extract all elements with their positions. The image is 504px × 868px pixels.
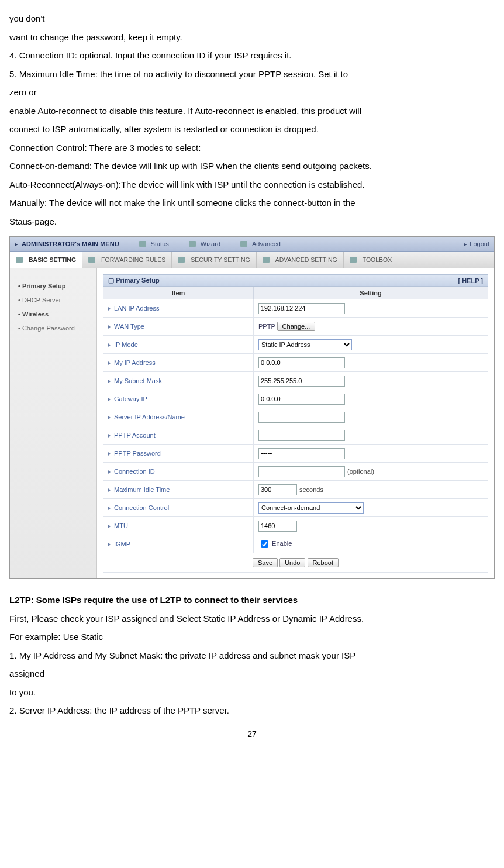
text-line: 4. Connection ID: optional. Input the co… [9,46,495,65]
table-row: Server IP Address/Name [103,408,488,426]
connection-id-input[interactable] [258,466,345,477]
table-row: IGMP Enable [103,535,488,553]
row-label: WAN Type [114,323,144,330]
security-icon [178,257,185,263]
chevron-right-icon [108,343,111,347]
connection-control-select[interactable]: Connect-on-demand [258,502,364,514]
nav-status[interactable]: Status [139,240,169,247]
tab-advanced-setting[interactable]: ADVANCED SETTING [257,252,344,268]
sidebar-item-primary-setup[interactable]: • Primary Setup [10,279,96,293]
text-line: For example: Use Static [9,628,495,646]
text-line: want to change the password, keep it emp… [9,28,495,47]
nav-logout[interactable]: ▸ Logout [464,240,489,248]
row-label: PPTP Password [114,450,161,457]
tab-forwarding-rules[interactable]: FORWARDING RULES [82,252,172,268]
chevron-right-icon [108,452,111,456]
wizard-icon [189,241,196,247]
enable-label: Enable [272,540,292,547]
row-label: Maximum Idle Time [114,486,170,493]
text-line: 2. Server IP Address: the IP address of … [9,701,495,720]
pptp-password-input[interactable] [258,448,345,459]
chevron-right-icon [108,307,111,311]
row-label: Server IP Address/Name [114,414,185,421]
row-label: IGMP [114,540,130,547]
ip-mode-select[interactable]: Static IP Address [258,339,352,350]
tab-basic-setting[interactable]: BASIC SETTING [10,252,82,268]
topbar: ▸ ADMINISTRATOR's MAIN MENU Status Wizar… [10,237,494,252]
chevron-right-icon [108,361,111,365]
table-row: IP Mode Static IP Address [103,336,488,354]
pptp-account-input[interactable] [258,430,345,441]
table-row: LAN IP Address [103,299,488,318]
chevron-right-icon [108,488,111,492]
page-number: 27 [9,729,495,739]
sidebar-item-wireless[interactable]: • Wireless [10,307,96,321]
change-wan-button[interactable]: Change... [277,322,316,331]
reboot-button[interactable]: Reboot [308,558,339,567]
subnet-mask-input[interactable] [258,376,345,387]
row-label: IP Mode [114,341,138,348]
save-button[interactable]: Save [253,558,278,567]
chevron-right-icon [108,416,111,419]
table-row: MTU [103,517,488,535]
chevron-right-icon [108,398,111,401]
row-label: MTU [114,522,128,529]
help-link[interactable]: [ HELP ] [458,277,483,284]
nav-advanced[interactable]: Advanced [240,240,281,247]
text-line: you don't [9,9,495,28]
row-label: PPTP Account [114,432,156,439]
column-header-setting: Setting [254,287,488,299]
row-label: My Subnet Mask [114,377,162,384]
column-header-item: Item [103,287,254,299]
chevron-right-icon [108,507,111,510]
table-row: PPTP Account [103,426,488,445]
panel-title: ▢ Primary Setup [108,277,160,284]
table-row: WAN Type PPTP Change... [103,318,488,336]
chevron-right-icon [108,525,111,528]
document-icon: ▸ [15,240,18,248]
basic-icon [16,257,23,263]
table-row: PPTP Password [103,445,488,463]
chevron-right-icon [108,470,111,474]
advanced-setting-icon [263,257,270,263]
text-line: Connect-on-demand: The device will link … [9,157,495,175]
lan-ip-input[interactable] [258,303,345,314]
mtu-input[interactable] [258,521,297,532]
my-ip-input[interactable] [258,357,345,368]
text-line: First, Please check your ISP assigned an… [9,609,495,628]
wan-type-value: PPTP [258,323,275,330]
table-row: Connection Control Connect-on-demand [103,499,488,517]
max-idle-input[interactable] [258,484,297,495]
tab-toolbox[interactable]: TOOLBOX [344,252,399,268]
table-row: My Subnet Mask [103,372,488,390]
table-row: Maximum Idle Time seconds [103,481,488,499]
table-row: Gateway IP [103,390,488,408]
row-label: My IP Address [114,359,156,366]
igmp-checkbox[interactable] [261,540,268,548]
text-line: assigned [9,664,495,683]
text-line: zero or [9,83,495,102]
toolbar: BASIC SETTING FORWARDING RULES SECURITY … [10,252,494,268]
chevron-right-icon [108,434,111,438]
row-label: Connection Control [114,504,169,511]
tab-security-setting[interactable]: SECURITY SETTING [172,252,256,268]
sidebar-item-dhcp-server[interactable]: • DHCP Server [10,293,96,307]
nav-wizard[interactable]: Wizard [189,240,220,247]
main-panel: ▢ Primary Setup [ HELP ] Item Setting LA… [97,268,494,578]
button-row: Save Undo Reboot [103,553,488,573]
server-ip-input[interactable] [258,412,345,423]
row-label: Connection ID [114,468,155,475]
row-label: Gateway IP [114,395,147,402]
table-row: My IP Address [103,354,488,372]
gateway-ip-input[interactable] [258,394,345,405]
chevron-right-icon [108,543,111,546]
forwarding-icon [88,257,95,263]
toolbox-icon [350,257,357,263]
table-row: Connection ID (optional) [103,463,488,481]
text-line: enable Auto-reconnect to disable this fe… [9,102,495,120]
sidebar-item-change-password[interactable]: • Change Password [10,321,96,335]
text-line: Manually: The device will not make the l… [9,194,495,212]
text-line: Staus-page. [9,212,495,231]
l2tp-heading: L2TP: Some ISPs require the use of L2TP … [9,591,495,609]
undo-button[interactable]: Undo [279,558,305,567]
